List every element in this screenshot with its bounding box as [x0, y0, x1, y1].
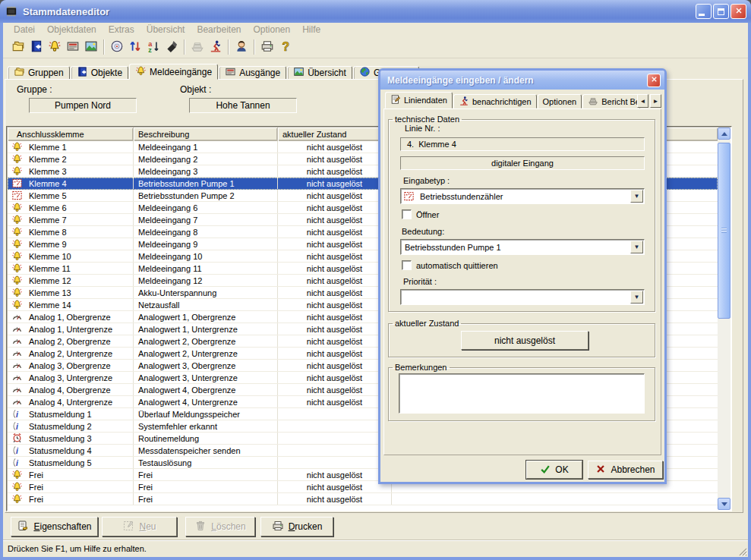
beschreibung-cell: Systemfehler erkannt	[134, 420, 278, 432]
oeffner-label: Öffner	[416, 210, 439, 219]
book-icon	[77, 66, 88, 80]
menu-item-3[interactable]: Übersicht	[140, 24, 191, 35]
objekt-label: Objekt :	[180, 84, 211, 95]
minimize-icon	[699, 14, 705, 16]
anschlussklemme-cell: Klemme 4	[29, 179, 67, 188]
toolbar-sort-button[interactable]	[126, 38, 144, 56]
vertical-scrollbar[interactable]	[718, 127, 730, 510]
cd-icon	[110, 39, 124, 55]
ok-button[interactable]: OK	[526, 461, 582, 479]
eingabetyp-dropdown-button[interactable]: ▼	[630, 190, 643, 203]
bedeutung-label: Bedeutung:	[402, 227, 444, 236]
trash-icon	[194, 520, 207, 534]
window-titlebar[interactable]: Stammdateneditor	[0, 0, 751, 23]
beschreibung-cell: Analogwert 1, Obergrenze	[134, 311, 278, 322]
bell-icon	[11, 481, 23, 492]
menu-item-5[interactable]: Optionen	[247, 24, 296, 35]
beschreibung-cell: Messdatenspeicher senden	[134, 445, 278, 456]
menu-item-2[interactable]: Extras	[103, 24, 140, 35]
toolbar-objects-button[interactable]	[27, 38, 46, 56]
tab--bersicht[interactable]: Übersicht	[287, 66, 352, 80]
footer-eigenschaften-button[interactable]: Eigenschaften	[11, 517, 98, 536]
toolbar-open-groups-button[interactable]	[9, 38, 27, 56]
anschlussklemme-cell: Analog 2, Untergrenze	[29, 349, 112, 358]
toolbar-outputs-button[interactable]	[64, 38, 82, 56]
minimize-button[interactable]	[696, 4, 712, 19]
dialog-tab-liniendaten[interactable]: Liniendaten	[385, 92, 453, 109]
menu-item-6[interactable]: Hilfe	[296, 24, 327, 35]
bemerkungen-textarea[interactable]	[399, 373, 645, 414]
maximize-button[interactable]	[713, 4, 729, 19]
resize-grip-icon[interactable]	[737, 546, 747, 556]
quittieren-checkbox[interactable]	[402, 260, 412, 270]
toolbar-overview-button[interactable]	[82, 38, 100, 56]
scroll-down-button[interactable]	[718, 498, 730, 510]
table-row[interactable]: FreiFreinicht ausgelöst	[8, 493, 718, 505]
tab-scroll-left-button[interactable]: ◄	[637, 94, 648, 108]
svg-text:i: i	[16, 447, 19, 455]
tab-ausg-nge[interactable]: Ausgänge	[219, 66, 286, 80]
footer-neu-button[interactable]: Neu	[102, 517, 177, 536]
tab-scroll-right-button[interactable]: ►	[650, 94, 661, 108]
toolbar-sort-az-button[interactable]: az	[144, 38, 163, 56]
dialog-close-button[interactable]	[647, 74, 661, 87]
toolbar-print-button[interactable]	[258, 38, 276, 56]
menu-item-1[interactable]: Objektdaten	[41, 24, 103, 35]
az-icon: az	[147, 39, 160, 55]
footer-loeschen-button[interactable]: Löschen	[185, 517, 255, 536]
toolbar-message-inputs-button[interactable]	[46, 38, 64, 56]
beschreibung-cell: Meldeeingang 1	[134, 141, 278, 153]
beschreibung-cell: Analogwert 1, Untergrenze	[134, 323, 278, 335]
anschlussklemme-cell: Analog 1, Obergrenze	[29, 313, 111, 322]
column-header-anschlussklemme[interactable]: Anschlussklemme	[8, 127, 134, 141]
zustand-cell: nicht ausgelöst	[278, 348, 392, 359]
dialog-tab-optionen[interactable]: Optionen	[538, 94, 582, 109]
toolbar-erase-button[interactable]	[163, 38, 181, 56]
prioritaet-combo[interactable]: ▼	[400, 289, 645, 305]
anschlussklemme-cell: Klemme 5	[29, 191, 67, 200]
toolbar-disc-button[interactable]	[108, 38, 126, 56]
objekt-value: Hohe Tannen	[216, 100, 270, 111]
bemerkungen-legend: Bemerkungen	[393, 363, 450, 372]
scroll-up-button[interactable]	[718, 127, 730, 140]
bedeutung-combo[interactable]: Betriebsstunden Pumpe 1 ▼	[400, 239, 645, 255]
column-header-zustand[interactable]: aktueller Zustand	[278, 127, 392, 141]
footer-drucken-button[interactable]: Drucken	[260, 517, 333, 536]
oeffner-checkbox[interactable]	[402, 209, 412, 219]
beschreibung-cell: Frei	[134, 481, 278, 492]
meldeeingaenge-dialog: Meldeeingänge eingeben / ändern Linienda…	[378, 68, 667, 484]
window-controls	[696, 4, 746, 19]
eingang-art-field: digitaler Eingang	[400, 156, 645, 170]
main-tab-strip: GruppenObjekteMeldeeingängeAusgängeÜbers…	[8, 64, 420, 80]
aktueller-zustand-legend: aktueller Zustand	[393, 319, 461, 328]
close-button[interactable]	[730, 4, 746, 19]
eingabetyp-combo[interactable]: Betriebsstundenzähler ▼	[400, 188, 645, 204]
tab-objekte[interactable]: Objekte	[71, 66, 128, 80]
tab-gruppen[interactable]: Gruppen	[8, 66, 70, 80]
scrollbar-thumb[interactable]	[718, 143, 730, 319]
dialog-titlebar[interactable]: Meldeeingänge eingeben / ändern	[380, 71, 664, 90]
zustand-cell: nicht ausgelöst	[278, 299, 392, 310]
abbrechen-button[interactable]: Abbrechen	[588, 461, 663, 479]
dialog-tab-benachrichtigen[interactable]: benachrichtigen	[453, 94, 537, 109]
anschlussklemme-cell: Statusmeldung 2	[29, 422, 92, 431]
tab-meldeeing-nge[interactable]: Meldeeingänge	[129, 64, 218, 80]
zustand-cell: nicht ausgelöst	[278, 263, 392, 274]
menu-item-0[interactable]: Datei	[8, 24, 41, 35]
linie-nr-label: Linie Nr. :	[405, 124, 440, 133]
column-header-beschreibung[interactable]: Beschreibung	[134, 127, 278, 141]
toolbar-help-button[interactable]: ?	[276, 38, 295, 56]
dialog-tab-bericht-be[interactable]: Bericht Be	[582, 94, 640, 109]
toolbar-person-button[interactable]	[232, 38, 251, 56]
menu-item-4[interactable]: Bearbeiten	[191, 24, 247, 35]
prioritaet-dropdown-button[interactable]: ▼	[630, 291, 643, 304]
zustand-button[interactable]: nicht ausgelöst	[461, 331, 588, 350]
zustand-cell: nicht ausgelöst	[278, 153, 392, 165]
anschlussklemme-cell: Klemme 10	[29, 252, 71, 261]
beschreibung-cell: Meldeeingang 6	[134, 202, 278, 213]
bedeutung-dropdown-button[interactable]: ▼	[630, 241, 643, 253]
anschlussklemme-cell: Statusmeldung 4	[29, 446, 92, 455]
toolbar-report-button[interactable]	[188, 38, 207, 56]
toolbar-notify-button[interactable]	[207, 38, 225, 56]
bell-icon	[11, 493, 23, 505]
